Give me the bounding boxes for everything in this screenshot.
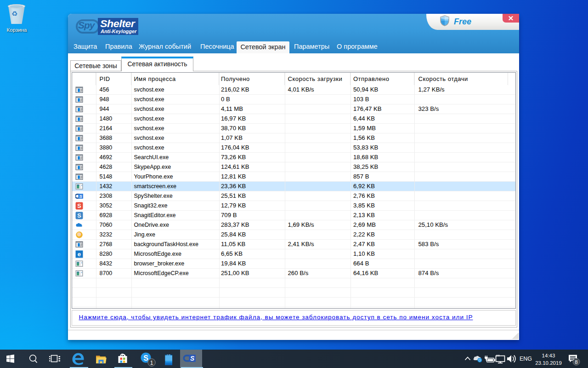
svg-text:S: S [143, 354, 148, 362]
svg-text:S: S [79, 194, 82, 199]
svg-text:S: S [190, 355, 195, 362]
svg-text:1: 1 [150, 360, 153, 366]
svg-text:S: S [77, 202, 81, 209]
svg-text:8: 8 [575, 359, 577, 365]
svg-text:S: S [77, 212, 81, 219]
svg-text:e: e [77, 251, 80, 258]
